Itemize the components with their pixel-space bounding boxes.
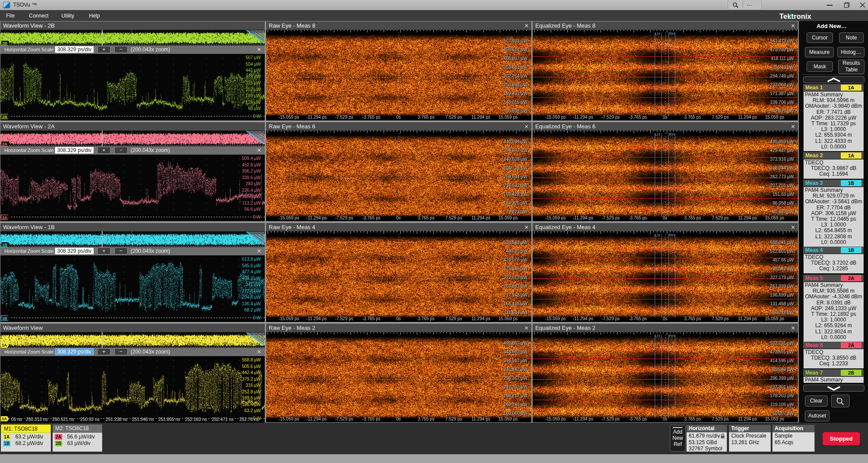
svg-text:✵: ✵ — [836, 397, 839, 400]
